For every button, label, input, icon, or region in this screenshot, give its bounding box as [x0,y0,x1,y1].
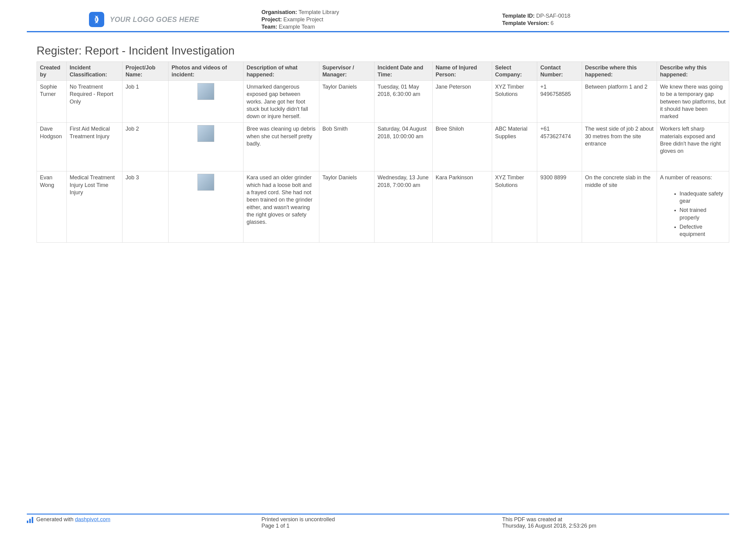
cell-datetime: Tuesday, 01 May 2018, 6:30:00 am [374,81,432,123]
cell-created-by: Evan Wong [37,171,67,242]
template-version-value: 6 [551,20,554,26]
col-injured: Name of Injured Person: [432,62,492,81]
cell-classification: No Treatment Required - Report Only [67,81,122,123]
cell-classification: First Aid Medical Treatment Injury [67,123,122,171]
why-bullet-item: Not trained properly [680,206,726,221]
footer-mid: Printed version is uncontrolled Page 1 o… [261,516,502,530]
cell-photo [169,81,243,123]
photo-thumbnail-icon [198,174,214,191]
table-head: Created by Incident Classification: Proj… [37,62,729,81]
logo-placeholder-text: YOUR LOGO GOES HERE [110,15,199,24]
cell-job: Job 2 [122,123,169,171]
generated-prefix: Generated with [36,516,75,522]
footer-divider [27,514,729,515]
cell-description: Bree was cleaning up debris when she cut… [243,123,319,171]
table-row: Evan WongMedical Treatment Injury Lost T… [37,171,729,242]
team-value: Example Team [279,24,315,30]
cell-why: Workers left sharp materials exposed and… [657,123,729,171]
col-where: Describe where this happened: [582,62,657,81]
table-header-row: Created by Incident Classification: Proj… [37,62,729,81]
footer-left: Generated with dashpivot.com [27,516,261,530]
col-job-name: Project/Job Name: [122,62,169,81]
printed-uncontrolled-text: Printed version is uncontrolled [261,516,502,523]
created-at-value: Thursday, 16 August 2018, 2:53:26 pm [502,523,729,529]
cell-injured: Kara Parkinson [432,171,492,242]
cell-datetime: Wednesday, 13 June 2018, 7:00:00 am [374,171,432,242]
header-divider [27,31,729,32]
template-version-label: Template Version: [502,20,549,26]
organisation-value: Template Library [299,9,339,15]
col-description: Description of what happened: [243,62,319,81]
document-header: YOUR LOGO GOES HERE Organisation: Templa… [27,9,729,30]
cell-contact: 9300 8899 [537,171,582,242]
page-number-text: Page 1 of 1 [261,523,502,529]
cell-company: XYZ Timber Solutions [492,81,537,123]
why-text: We knew there was going to be a temporar… [660,83,726,120]
cell-contact: +1 9496758585 [537,81,582,123]
cell-where: On the concrete slab in the middle of si… [582,171,657,242]
col-datetime: Incident Date and Time: [374,62,432,81]
cell-job: Job 1 [122,81,169,123]
cell-where: Between platform 1 and 2 [582,81,657,123]
cell-photo [169,171,243,242]
cell-description: Kara used an older grinder which had a l… [243,171,319,242]
project-value: Example Project [284,16,323,22]
table-row: Sophie TurnerNo Treatment Required - Rep… [37,81,729,123]
cell-datetime: Saturday, 04 August 2018, 10:00:00 am [374,123,432,171]
cell-created-by: Dave Hodgson [37,123,67,171]
col-company: Select Company: [492,62,537,81]
col-contact: Contact Number: [537,62,582,81]
table-row: Dave HodgsonFirst Aid Medical Treatment … [37,123,729,171]
page: YOUR LOGO GOES HERE Organisation: Templa… [0,0,756,534]
footer-right: This PDF was created at Thursday, 16 Aug… [502,516,729,530]
cell-injured: Bree Shiloh [432,123,492,171]
why-bullet-item: Defective equipment [680,223,726,238]
header-left: YOUR LOGO GOES HERE [27,9,261,30]
app-logo-icon [89,12,104,27]
col-created-by: Created by [37,62,67,81]
cell-job: Job 3 [122,171,169,242]
register-table: Created by Incident Classification: Proj… [37,62,729,242]
cell-supervisor: Bob Smith [319,123,374,171]
team-label: Team: [261,24,277,30]
col-supervisor: Supervisor / Manager: [319,62,374,81]
cell-description: Unmarked dangerous exposed gap between w… [243,81,319,123]
col-why: Describe why this happened: [657,62,729,81]
cell-contact: +61 4573627474 [537,123,582,171]
cell-injured: Jane Peterson [432,81,492,123]
why-text: A number of reasons: [660,174,726,181]
project-label: Project: [261,16,282,22]
cell-company: ABC Material Supplies [492,123,537,171]
bars-icon [27,517,33,523]
template-id-value: DP-SAF-0018 [536,13,570,19]
table-body: Sophie TurnerNo Treatment Required - Rep… [37,81,729,242]
cell-supervisor: Taylor Daniels [319,171,374,242]
generated-with-text: Generated with dashpivot.com [36,516,110,523]
cell-why: A number of reasons:Inadequate safety ge… [657,171,729,242]
register-table-wrap: Created by Incident Classification: Proj… [37,62,729,242]
document-footer: Generated with dashpivot.com Printed ver… [27,516,729,530]
photo-thumbnail-icon [198,125,214,142]
cell-photo [169,123,243,171]
cell-company: XYZ Timber Solutions [492,171,537,242]
cell-created-by: Sophie Turner [37,81,67,123]
page-title: Register: Report - Incident Investigatio… [37,44,235,57]
cell-why: We knew there was going to be a temporar… [657,81,729,123]
created-at-label: This PDF was created at [502,516,729,523]
organisation-label: Organisation: [261,9,297,15]
dashpivot-link[interactable]: dashpivot.com [75,516,110,522]
why-text: Workers left sharp materials exposed and… [660,125,726,155]
col-classification: Incident Classification: [67,62,122,81]
col-photos: Photos and videos of incident: [169,62,243,81]
header-meta-mid: Organisation: Template Library Project: … [261,9,502,30]
cell-classification: Medical Treatment Injury Lost Time Injur… [67,171,122,242]
template-id-label: Template ID: [502,13,535,19]
cell-supervisor: Taylor Daniels [319,81,374,123]
cell-where: The west side of job 2 about 30 metres f… [582,123,657,171]
why-bullet-item: Inadequate safety gear [680,190,726,205]
photo-thumbnail-icon [198,83,214,100]
why-bullets: Inadequate safety gearNot trained proper… [680,190,726,238]
header-meta-right: Template ID: DP-SAF-0018 Template Versio… [502,9,729,30]
